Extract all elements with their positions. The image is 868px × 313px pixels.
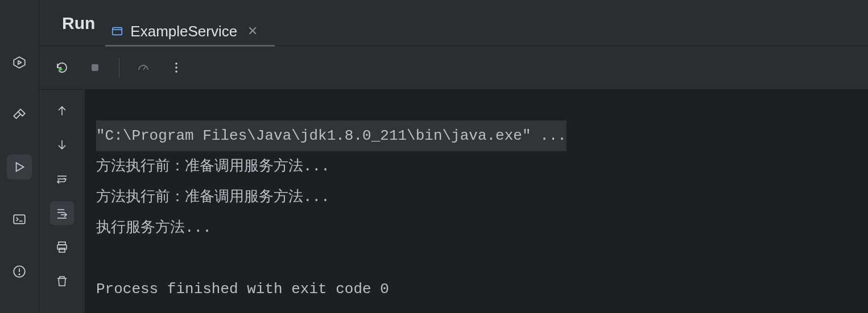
console-line: "C:\Program Files\Java\jdk1.8.0_211\bin\… <box>96 120 567 151</box>
close-icon[interactable]: ✕ <box>247 24 258 39</box>
scroll-to-end-icon <box>55 206 69 220</box>
services-tool-button[interactable] <box>7 50 32 75</box>
down-arrow-icon <box>55 138 69 152</box>
console-line: Process finished with exit code 0 <box>96 281 389 298</box>
trash-icon <box>55 274 69 288</box>
soft-wrap-button[interactable] <box>50 167 74 191</box>
svg-marker-0 <box>14 57 25 68</box>
performance-button[interactable] <box>132 56 155 79</box>
build-tool-button[interactable] <box>7 102 32 127</box>
svg-rect-7 <box>113 28 122 35</box>
svg-point-13 <box>175 66 177 69</box>
tool-window-title: Run <box>62 14 95 33</box>
rerun-button[interactable] <box>51 56 73 79</box>
terminal-icon <box>12 212 27 227</box>
left-tool-strip <box>0 0 39 313</box>
soft-wrap-icon <box>55 172 69 186</box>
run-tool-button[interactable] <box>7 155 32 180</box>
tab-label: ExampleService <box>130 23 237 40</box>
run-panel-header: Run ExampleService ✕ <box>39 0 868 45</box>
services-icon <box>12 55 27 70</box>
svg-rect-10 <box>92 64 98 71</box>
run-tabs: ExampleService ✕ <box>111 0 269 45</box>
tab-example-service[interactable]: ExampleService ✕ <box>111 17 269 45</box>
print-icon <box>55 240 69 254</box>
svg-marker-9 <box>59 68 62 71</box>
run-toolbar <box>39 45 868 89</box>
console-gutter <box>39 90 85 313</box>
up-arrow-icon <box>55 104 69 118</box>
print-button[interactable] <box>50 235 74 259</box>
rerun-icon <box>55 61 69 74</box>
app-window-icon <box>111 25 123 37</box>
svg-line-11 <box>143 66 146 70</box>
terminal-tool-button[interactable] <box>7 207 32 232</box>
svg-marker-1 <box>16 162 24 171</box>
svg-point-12 <box>175 62 177 65</box>
down-stacktrace-button[interactable] <box>50 133 74 157</box>
build-icon <box>12 107 27 122</box>
more-actions-button[interactable] <box>165 56 188 79</box>
toolbar-separator <box>119 58 119 77</box>
console-line: 执行服务方法... <box>96 219 212 236</box>
svg-rect-2 <box>14 215 25 223</box>
gauge-icon <box>137 61 150 74</box>
scroll-to-end-button[interactable] <box>50 201 74 225</box>
svg-rect-25 <box>59 248 65 252</box>
problems-icon <box>12 264 27 279</box>
svg-point-14 <box>175 70 177 73</box>
stop-icon <box>88 61 102 74</box>
up-stacktrace-button[interactable] <box>50 99 74 123</box>
clear-all-button[interactable] <box>50 269 74 293</box>
run-icon <box>12 160 27 174</box>
svg-point-6 <box>19 274 19 274</box>
more-vertical-icon <box>170 61 183 74</box>
problems-tool-button[interactable] <box>7 259 32 284</box>
console-line: 方法执行前：准备调用服务方法... <box>96 189 330 206</box>
console-line: 方法执行前：准备调用服务方法... <box>96 158 330 175</box>
stop-button[interactable] <box>84 56 106 79</box>
console-output[interactable]: "C:\Program Files\Java\jdk1.8.0_211\bin\… <box>85 90 868 313</box>
